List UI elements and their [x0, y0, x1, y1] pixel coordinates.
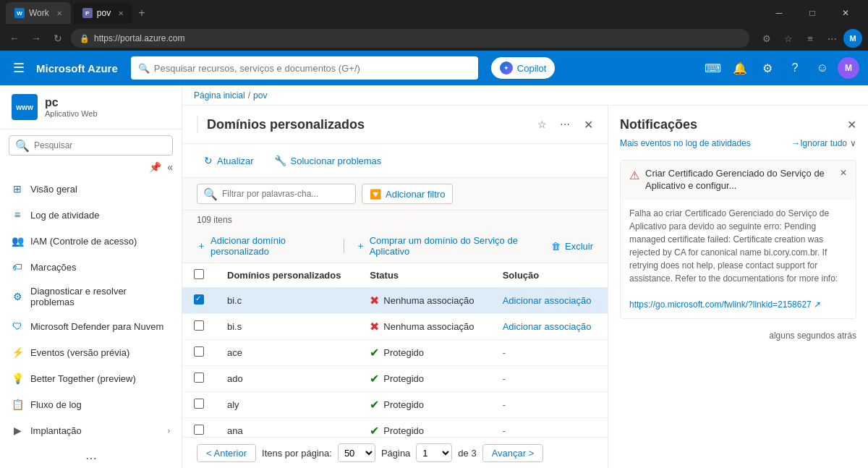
- filter-input-container[interactable]: 🔍: [197, 184, 356, 204]
- error-icon: ✖: [370, 320, 379, 333]
- column-solution: Solução: [491, 263, 608, 288]
- notif-timestamp: alguns segundos atrás: [608, 325, 868, 346]
- row-checkbox-cell: [182, 366, 216, 392]
- settings-icon[interactable]: ⚙: [755, 56, 780, 80]
- breadcrumb: Página inicial / pov: [182, 85, 868, 106]
- row-checkbox[interactable]: [194, 399, 204, 409]
- ignore-all-link[interactable]: →Ignorar tudo: [791, 138, 847, 148]
- solution-link[interactable]: Adicionar associação: [503, 295, 592, 306]
- expand-notif-icon[interactable]: ∨: [850, 138, 856, 148]
- success-icon: ✔: [370, 398, 379, 412]
- toolbar: ↻ Atualizar 🔧 Solucionar problemas: [182, 144, 608, 178]
- refresh-button[interactable]: ↻: [49, 30, 67, 47]
- row-checkbox[interactable]: [194, 425, 204, 435]
- sidebar-search-input[interactable]: [34, 140, 166, 150]
- sidebar-item-log-atividade[interactable]: ≡ Log de atividade: [0, 202, 182, 228]
- content-area: Domínios personalizados ☆ ⋯ ✕ ↻ Atualiza…: [182, 106, 868, 468]
- back-button[interactable]: ←: [6, 30, 23, 47]
- azure-search-bar[interactable]: 🔍: [131, 56, 478, 80]
- search-input[interactable]: [154, 63, 471, 74]
- next-button[interactable]: Avançar >: [482, 444, 544, 462]
- solve-problems-button[interactable]: 🔧 Solucionar problemas: [267, 150, 389, 171]
- sidebar-item-eventos[interactable]: ⚡ Eventos (versão prévia): [0, 339, 182, 365]
- browser-extensions-icon[interactable]: ⚙: [757, 28, 777, 48]
- sidebar-item-fluxo[interactable]: 📋 Fluxo de log: [0, 391, 182, 417]
- sidebar-search-box[interactable]: 🔍: [9, 135, 173, 156]
- browser-tab-pov[interactable]: P pov ✕: [74, 2, 132, 24]
- domain-cell: ana: [216, 418, 358, 438]
- sidebar-collapse-icon[interactable]: «: [167, 161, 173, 173]
- browser-collections-icon[interactable]: ≡: [800, 28, 820, 48]
- sidebar-item-label: Diagnosticar e resolver problemas: [30, 286, 170, 307]
- row-checkbox[interactable]: [194, 346, 204, 357]
- close-button[interactable]: ✕: [829, 2, 862, 24]
- select-all-checkbox[interactable]: [194, 269, 204, 279]
- filter-input[interactable]: [222, 189, 349, 199]
- status-text: Protegido: [383, 373, 424, 384]
- row-checkbox[interactable]: [194, 373, 204, 383]
- main-layout: www pc Aplicativo Web 🔍 📌 « ⊞ Visão gera…: [0, 85, 868, 468]
- browser-menu-icon[interactable]: ⋯: [822, 28, 842, 48]
- panel-close-button[interactable]: ✕: [584, 118, 593, 132]
- iam-icon: 👥: [12, 235, 23, 247]
- solution-link[interactable]: Adicionar associação: [503, 321, 592, 332]
- maximize-button[interactable]: □: [796, 2, 829, 24]
- notification-item: ⚠ Criar Certificado Gerenciado do Serviç…: [620, 160, 856, 319]
- add-domain-button[interactable]: ＋ Adicionar domínio personalizado: [197, 235, 332, 257]
- delete-button[interactable]: 🗑 Excluir: [551, 241, 593, 252]
- domain-cell: ado: [216, 366, 358, 392]
- sidebar-item-diagnosticar[interactable]: ⚙ Diagnosticar e resolver problemas: [0, 280, 182, 313]
- sidebar-item-visao-geral[interactable]: ⊞ Visão geral: [0, 176, 182, 202]
- table-body: bi.c ✖ Nenhuma associação Adicionar asso…: [182, 288, 608, 438]
- sidebar-item-performance[interactable]: 📊 Performance: [0, 443, 182, 448]
- browser-profile[interactable]: M: [843, 29, 862, 48]
- notif-item-link[interactable]: https://go.microsoft.com/fwlink/?linkid=…: [629, 299, 821, 310]
- new-tab-button[interactable]: +: [138, 7, 145, 20]
- sidebar-item-marcacoes[interactable]: 🏷 Marcações: [0, 254, 182, 280]
- prev-button[interactable]: < Anterior: [197, 444, 256, 462]
- add-filter-button[interactable]: 🔽 Adicionar filtro: [362, 184, 453, 204]
- browser-star-icon[interactable]: ☆: [778, 28, 799, 48]
- breadcrumb-home[interactable]: Página inicial: [194, 90, 245, 101]
- cloud-shell-icon[interactable]: ⌨: [700, 56, 725, 80]
- feedback-icon[interactable]: ☺: [810, 56, 835, 80]
- notifications-close-button[interactable]: ✕: [847, 118, 856, 132]
- items-per-page-select[interactable]: 50 25 100: [338, 443, 375, 462]
- help-icon[interactable]: ?: [783, 56, 807, 80]
- refresh-button[interactable]: ↻ Atualizar: [197, 150, 261, 171]
- more-events-link[interactable]: Mais eventos no log de atividades: [620, 138, 751, 148]
- copilot-button[interactable]: ✦ Copilot: [491, 57, 555, 79]
- sidebar-item-defender[interactable]: 🛡 Microsoft Defender para Nuvem: [0, 313, 182, 339]
- favorite-button[interactable]: ☆: [532, 114, 552, 135]
- resource-icon: www: [12, 94, 38, 120]
- breadcrumb-current[interactable]: pov: [253, 90, 267, 101]
- forward-button[interactable]: →: [27, 30, 45, 47]
- hamburger-menu[interactable]: ☰: [9, 56, 29, 80]
- pov-tab-close[interactable]: ✕: [118, 9, 124, 17]
- buy-domain-button[interactable]: ＋ Comprar um domínio do Serviço de Aplic…: [356, 235, 540, 257]
- fluxo-icon: 📋: [12, 399, 23, 410]
- lock-icon: 🔒: [80, 34, 90, 43]
- row-checkbox[interactable]: [194, 320, 204, 331]
- sidebar-pin-icon[interactable]: 📌: [149, 161, 161, 173]
- user-avatar[interactable]: M: [838, 57, 859, 79]
- delete-label: Excluir: [565, 241, 593, 252]
- notifications-icon[interactable]: 🔔: [728, 56, 752, 80]
- more-options-button[interactable]: ⋯: [555, 114, 575, 135]
- browser-tab-work[interactable]: W Work ✕: [6, 2, 71, 24]
- sidebar-item-better[interactable]: 💡 Better Together (preview): [0, 365, 182, 391]
- row-checkbox[interactable]: [194, 294, 204, 305]
- notif-item-close-button[interactable]: ✕: [840, 168, 847, 178]
- sidebar-item-iam[interactable]: 👥 IAM (Controle de acesso): [0, 228, 182, 254]
- page-select[interactable]: 1 2 3: [416, 443, 452, 462]
- sidebar-item-implantacao[interactable]: ▶ Implantação ›: [0, 417, 182, 443]
- azure-header: ☰ Microsoft Azure 🔍 ✦ Copilot ⌨ 🔔 ⚙ ? ☺ …: [0, 51, 868, 85]
- address-field[interactable]: 🔒 https://portal.azure.com: [71, 29, 749, 48]
- select-all-header: [182, 263, 216, 288]
- pov-tab-label: pov: [97, 8, 111, 18]
- events-icon: ⚡: [12, 346, 23, 358]
- work-tab-close[interactable]: ✕: [56, 9, 62, 17]
- main-content: Domínios personalizados ☆ ⋯ ✕ ↻ Atualiza…: [182, 106, 608, 468]
- domain-separator: [344, 239, 344, 253]
- minimize-button[interactable]: ─: [762, 2, 796, 24]
